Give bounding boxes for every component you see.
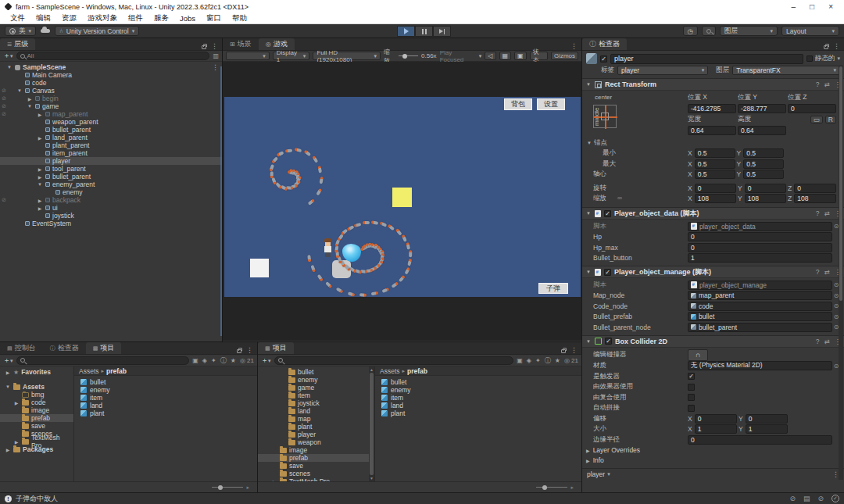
pivot-y[interactable]: 0.5 [743,170,784,179]
layer-dropdown[interactable]: TransparentFX▾ [732,66,840,75]
tab-项目[interactable]: ▩项目 [86,342,122,354]
project-tree-item[interactable]: image [0,406,73,414]
inspector-scrollbar[interactable] [839,65,843,480]
display-dropdown[interactable]: Display 1▾ [273,52,310,60]
progress-ok-icon[interactable]: ✓ [831,495,839,502]
hierarchy-item[interactable]: ▶land_parent [0,134,222,141]
foldout-icon[interactable]: ▶ [37,166,43,172]
component-header-rect-transform[interactable]: ▼ Rect Transform ?⇄⋮ [582,78,844,91]
pause-button[interactable] [415,26,433,37]
hierarchy-item[interactable]: ▶bullet_parent [0,173,222,181]
step-button[interactable] [433,26,451,37]
metrics-button[interactable]: ▦ [499,52,512,60]
anchor-min-x[interactable]: 0.5 [695,148,735,158]
project-tree-item[interactable]: item [258,391,374,399]
active-checkbox[interactable]: ✓ [600,55,607,63]
breadcrumb-root[interactable]: Assets [79,367,99,375]
pivot-x[interactable]: 0.5 [695,170,735,179]
hierarchy-item[interactable]: ⊘▼game [0,102,222,110]
settings-button[interactable]: 设置 [537,98,565,110]
edit-collider-button[interactable]: ∩ [688,349,708,361]
hierarchy-item[interactable]: joystick [0,212,222,220]
value-field-x[interactable]: 1 [695,424,737,434]
create-button[interactable]: ＋▾ [261,356,271,366]
project-file-item[interactable]: item [375,394,581,402]
layers-dropdown[interactable]: 图层▾ [720,26,778,36]
project-tree-item[interactable]: plant [258,423,374,431]
component-header-player-object-data-[interactable]: ▼✓Player_object_data (脚本)?⇄⋮ [582,207,844,220]
link-scale-icon[interactable]: ∞ [617,194,622,202]
foldout-icon[interactable]: ▼ [37,182,43,187]
anchors-foldout[interactable]: 锚点 [594,138,607,146]
visibility-toggle-icon[interactable]: ⊘ [2,88,6,94]
anchor-max-y[interactable]: 0.5 [743,159,784,169]
hierarchy-item[interactable]: plant_parent [0,141,222,149]
mute-audio-button[interactable]: ◁ [485,52,495,60]
static-dropdown-icon[interactable]: ▾ [837,55,840,62]
foldout-icon[interactable]: ▶ [37,206,43,211]
object-field[interactable]: map_parent [688,291,832,300]
value-field[interactable]: 1 [688,253,832,263]
resize-grip[interactable]: ▸ [570,484,574,491]
component-header-player-object-manage-[interactable]: ▼✓Player_object_manage (脚本)?⇄⋮ [582,266,844,278]
breadcrumb-root[interactable]: Assets [380,367,400,375]
menu-组件[interactable]: 组件 [123,13,148,23]
create-button[interactable]: ＋▾ [3,356,13,366]
project-tree-item[interactable]: bullet [258,368,374,376]
foldout-icon[interactable]: ▶ [37,198,43,203]
foldout-icon[interactable]: ▼ [585,211,592,216]
object-field[interactable]: bullet_parent [688,323,832,332]
hierarchy-item[interactable]: ▶ui [0,204,222,212]
project-file-item[interactable]: enemy [375,386,581,394]
play-focused-dropdown[interactable]: Play Focused [440,49,476,63]
search-by-type-icon[interactable]: ▣ [192,357,198,364]
favorites-icon[interactable]: ★ [231,357,236,364]
property-checkbox[interactable] [688,405,695,412]
project-tree-item[interactable]: ▶★Favorites [0,368,73,376]
resize-grip[interactable]: ▸ [246,484,249,491]
menu-文件[interactable]: 文件 [5,13,30,23]
thumbnail-zoom-slider[interactable] [536,487,567,488]
tag-dropdown[interactable]: player▾ [617,66,708,75]
component-enabled-checkbox[interactable]: ✓ [605,338,612,345]
hidden-count-badge[interactable]: ◎ 21 [564,357,578,364]
lock-icon[interactable] [824,45,828,49]
lock-icon[interactable] [237,349,241,353]
scale-z[interactable]: 108 [794,194,836,203]
project-search-input[interactable] [16,356,190,365]
component-enabled-checkbox[interactable]: ✓ [604,210,611,217]
menu-编辑[interactable]: 编辑 [30,13,56,23]
info-icon[interactable]: ⓘ [545,356,551,365]
value-field[interactable]: 0 [688,435,832,445]
record-button[interactable]: ▣ [514,52,527,60]
menu-资源[interactable]: 资源 [56,13,82,23]
search-everything-button[interactable] [702,26,716,36]
bullet-button[interactable]: 子弹 [538,283,568,294]
foldout-layer-overrides[interactable]: ▶Layer Overrides [582,445,844,456]
project-file-item[interactable]: land [74,402,257,409]
project-tree-item[interactable]: save [258,462,374,470]
foldout-icon[interactable]: ▼ [585,270,592,274]
menu-帮助[interactable]: 帮助 [227,13,252,23]
object-field[interactable]: code [688,302,832,311]
presets-icon[interactable]: ⇄ [824,268,829,276]
close-button[interactable]: × [828,2,833,11]
resolution-dropdown[interactable]: Full HD (1920x1080)▾ [313,52,381,60]
hierarchy-item[interactable]: ▶tool_parent [0,165,222,173]
foldout-icon[interactable]: ▶ [37,135,43,141]
width-field[interactable]: 0.64 [688,126,736,135]
tab-inspector[interactable]: ⓘ 检查器 [582,38,627,50]
anchor-min-y[interactable]: 0.5 [743,148,784,158]
foldout-icon[interactable]: ▶ [13,400,20,406]
value-field[interactable]: 0 [688,232,832,241]
visibility-toggle-icon[interactable]: ⊘ [2,197,6,203]
hierarchy-item[interactable]: ⊘▶map_parent [0,110,222,118]
project-tree-item[interactable]: map [258,415,374,423]
anchor-max-x[interactable]: 0.5 [695,159,735,169]
hierarchy-item[interactable]: EventSystem [0,220,222,227]
scale-y[interactable]: 108 [745,194,786,203]
foldout-icon[interactable]: ▼ [6,65,13,70]
object-field[interactable]: 无 (Physics Material 2D) [688,361,832,370]
hierarchy-item[interactable]: player [0,157,222,165]
tab-scene[interactable]: ⊞ 场景 [223,38,259,50]
